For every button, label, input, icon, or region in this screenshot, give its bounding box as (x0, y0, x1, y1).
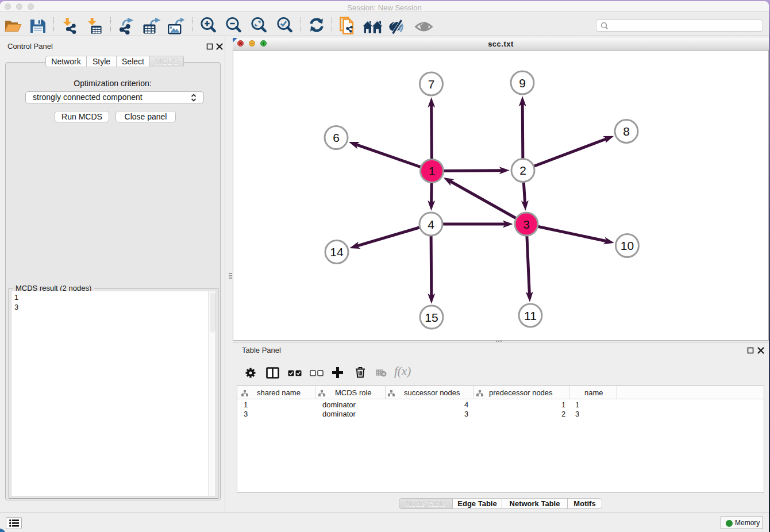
svg-text:11: 11 (524, 309, 537, 322)
svg-text:10: 10 (621, 239, 634, 252)
svg-text:7: 7 (428, 78, 435, 91)
svg-text:1: 1 (429, 164, 436, 178)
svg-text:9: 9 (519, 76, 526, 90)
svg-text:15: 15 (425, 311, 438, 324)
svg-text:8: 8 (623, 125, 630, 138)
svg-text:6: 6 (333, 131, 340, 144)
svg-text:4: 4 (428, 218, 434, 231)
svg-text:3: 3 (523, 218, 530, 231)
svg-text:2: 2 (519, 164, 526, 177)
svg-text:14: 14 (330, 245, 344, 259)
